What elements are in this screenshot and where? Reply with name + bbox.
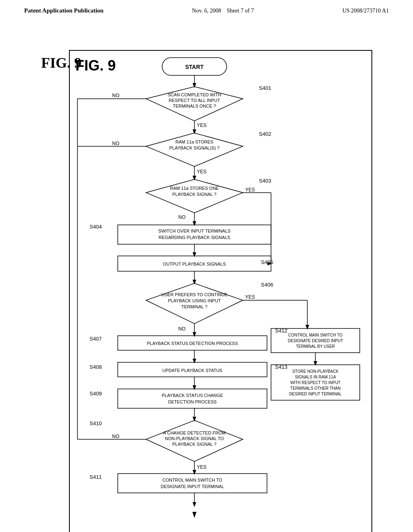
svg-text:DESIGNATE INPUT TERMINAL: DESIGNATE INPUT TERMINAL [161, 484, 224, 489]
svg-text:PLAYBACK SIGNAL(S) ?: PLAYBACK SIGNAL(S) ? [169, 145, 220, 150]
svg-text:YES: YES [197, 464, 206, 470]
svg-text:S406: S406 [261, 282, 273, 288]
svg-text:YES: YES [197, 169, 206, 175]
svg-marker-91 [192, 512, 196, 518]
svg-marker-77 [146, 420, 243, 461]
svg-text:START: START [185, 64, 204, 70]
svg-text:TERMINAL BY USER: TERMINAL BY USER [296, 344, 335, 349]
svg-text:YES: YES [245, 294, 255, 300]
svg-text:NO: NO [112, 141, 119, 146]
svg-text:USER PREFERS TO CONTINUE: USER PREFERS TO CONTINUE [161, 292, 227, 297]
svg-text:SWITCH OVER INPUT TERMINALS: SWITCH OVER INPUT TERMINALS [158, 229, 230, 233]
svg-text:S403: S403 [259, 178, 271, 184]
svg-text:NO: NO [178, 326, 186, 332]
svg-text:YES: YES [197, 123, 206, 128]
svg-text:NON-PLAYBACK SIGNAL TO: NON-PLAYBACK SIGNAL TO [165, 436, 224, 441]
svg-text:PLAYBACK STATUS CHANGE: PLAYBACK STATUS CHANGE [162, 393, 223, 398]
svg-text:TERMINALS ONCE ?: TERMINALS ONCE ? [173, 104, 216, 108]
svg-text:TERMINAL ?: TERMINAL ? [181, 304, 207, 309]
svg-rect-29 [118, 225, 271, 244]
svg-text:NO: NO [112, 434, 119, 439]
header-left: Patent Application Publication [24, 7, 104, 14]
svg-text:CONTROL MAIN SWITCH TO: CONTROL MAIN SWITCH TO [163, 478, 223, 482]
svg-text:S409: S409 [90, 391, 102, 397]
svg-text:S407: S407 [90, 336, 102, 342]
svg-text:PLAYBACK SIGNAL ?: PLAYBACK SIGNAL ? [172, 192, 216, 197]
svg-text:S405: S405 [261, 259, 273, 265]
svg-text:NO: NO [112, 93, 119, 98]
diagram-area: FIG. 9 START S401 SCAN COMPLETED WITH RE… [37, 46, 400, 532]
svg-text:RESPECT TO ALL  INPUT: RESPECT TO ALL INPUT [169, 98, 220, 103]
svg-rect-72 [118, 389, 267, 408]
header-patent: US 2008/273710 A1 [342, 8, 389, 14]
svg-rect-0 [69, 50, 372, 532]
svg-text:NO: NO [178, 214, 186, 220]
svg-text:A CHANGE DETECTED FROM: A CHANGE DETECTED FROM [163, 430, 226, 435]
svg-text:SIGNALS IN RAM 11A: SIGNALS IN RAM 11A [295, 375, 336, 379]
svg-text:S402: S402 [259, 131, 271, 137]
svg-text:OUTPUT PLAYBACK SIGNALS: OUTPUT PLAYBACK SIGNALS [163, 262, 226, 266]
flowchart-svg: START S401 SCAN COMPLETED WITH RESPECT T… [37, 46, 400, 532]
page-header: Patent Application Publication Nov. 6, 2… [0, 0, 413, 14]
svg-text:S411: S411 [90, 474, 102, 480]
svg-text:S404: S404 [90, 224, 102, 230]
svg-text:S410: S410 [90, 420, 102, 426]
header-date: Nov. 6, 2008 Sheet 7 of 7 [192, 8, 254, 14]
svg-text:RAM 11a STORES ONE: RAM 11a STORES ONE [170, 186, 219, 191]
svg-text:FIG. 9: FIG. 9 [75, 57, 116, 74]
svg-text:RAM 11a STORES: RAM 11a STORES [175, 139, 213, 144]
svg-text:YES: YES [245, 187, 255, 193]
svg-text:STORE NON-PLAYBACK: STORE NON-PLAYBACK [292, 369, 339, 374]
svg-text:DESIGNATE DESIRED INPUT: DESIGNATE DESIRED INPUT [288, 339, 343, 343]
svg-text:PLAYBACK USING INPUT: PLAYBACK USING INPUT [168, 298, 221, 303]
svg-text:REGARDING PLAYBACK SIGNALS: REGARDING PLAYBACK SIGNALS [159, 235, 230, 240]
svg-text:S408: S408 [90, 364, 102, 370]
svg-text:DETECTION PROCESS: DETECTION PROCESS [168, 399, 217, 404]
svg-text:S401: S401 [259, 85, 271, 91]
svg-text:SCAN COMPLETED WITH: SCAN COMPLETED WITH [167, 92, 221, 97]
svg-rect-87 [118, 474, 267, 493]
svg-text:CONTROL MAIN SWITCH TO: CONTROL MAIN SWITCH TO [288, 333, 343, 337]
svg-text:UPDATE PLAYBACK  STATUS: UPDATE PLAYBACK STATUS [163, 368, 223, 373]
svg-text:PLAYBACK STATUS DETECTION PROC: PLAYBACK STATUS DETECTION PROCESS [147, 341, 238, 346]
svg-text:PLAYBACK SIGNAL ?: PLAYBACK SIGNAL ? [172, 442, 216, 447]
svg-marker-41 [146, 283, 243, 324]
svg-text:WITH RESPECT TO INPUT: WITH RESPECT TO INPUT [290, 380, 340, 385]
svg-text:DESIRED INPUT TERMINAL: DESIRED INPUT TERMINAL [289, 392, 342, 396]
svg-text:TERMINALS OTHER THAN: TERMINALS OTHER THAN [290, 386, 341, 391]
